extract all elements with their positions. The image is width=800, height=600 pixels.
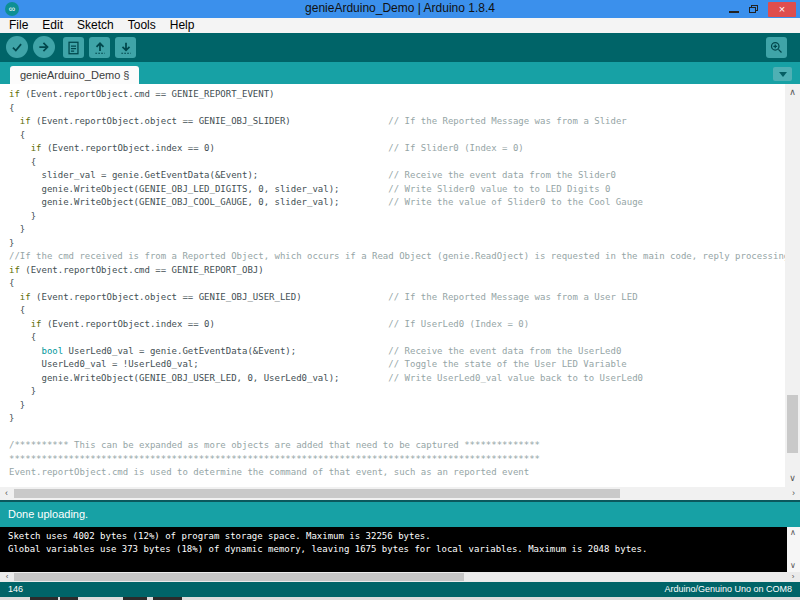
- code-line: [9, 426, 784, 440]
- code-line: if (Event.reportObject.object == GENIE_O…: [9, 291, 784, 305]
- scroll-up-icon[interactable]: ∧: [786, 86, 799, 99]
- scroll-right-icon[interactable]: ›: [787, 572, 799, 582]
- code-line: bool UserLed0_val = genie.GetEventData(&…: [9, 345, 784, 359]
- verify-button[interactable]: [6, 36, 28, 58]
- code-text: if (Event.reportObject.cmd == GENIE_REPO…: [9, 88, 784, 480]
- window-title: genieArduino_Demo | Arduino 1.8.4: [0, 1, 800, 15]
- code-line: if (Event.reportObject.cmd == GENIE_REPO…: [9, 264, 784, 278]
- code-line: }: [9, 399, 784, 413]
- code-line: }: [9, 210, 784, 224]
- console-text: Sketch uses 4002 bytes (12%) of program …: [0, 527, 800, 556]
- serial-monitor-button[interactable]: [766, 37, 787, 58]
- code-line: //If the cmd received is from a Reported…: [9, 250, 784, 264]
- code-line: }: [9, 237, 784, 251]
- chevron-down-icon: [779, 72, 787, 77]
- open-sketch-button[interactable]: [89, 37, 110, 58]
- code-line: ****************************************…: [9, 453, 784, 467]
- status-bar: Done uploading.: [0, 500, 800, 527]
- editor-horizontal-scrollbar[interactable]: ‹ ›: [0, 487, 800, 500]
- menu-item-help[interactable]: Help: [163, 18, 202, 33]
- code-line: /********** This can be expanded as more…: [9, 439, 784, 453]
- scroll-up-icon[interactable]: ∧: [787, 528, 799, 538]
- console-vertical-scrollbar[interactable]: ∧ ∨: [787, 527, 800, 572]
- new-document-icon: [67, 41, 80, 55]
- open-up-arrow-icon: [93, 41, 107, 55]
- scroll-down-icon[interactable]: ∨: [786, 472, 799, 485]
- current-line-number: 146: [8, 582, 23, 597]
- console-horizontal-scrollbar-thumb[interactable]: [14, 573, 464, 581]
- code-line: {: [9, 331, 784, 345]
- console-horizontal-scrollbar[interactable]: ‹ ›: [0, 572, 800, 582]
- restore-button[interactable]: [749, 5, 758, 13]
- code-line: }: [9, 223, 784, 237]
- scroll-right-icon[interactable]: ›: [787, 487, 800, 500]
- menu-item-edit[interactable]: Edit: [35, 18, 70, 33]
- code-line: slider_val = genie.GetEventData(&Event);…: [9, 169, 784, 183]
- close-button[interactable]: ×: [768, 2, 796, 17]
- console-line: Sketch uses 4002 bytes (12%) of program …: [8, 530, 800, 543]
- editor-vertical-scrollbar[interactable]: ∧ ∨: [785, 84, 800, 487]
- serial-monitor-magnifier-icon: [769, 40, 784, 55]
- code-line: if (Event.reportObject.object == GENIE_O…: [9, 115, 784, 129]
- code-line: }: [9, 412, 784, 426]
- editor-vertical-scrollbar-thumb[interactable]: [787, 395, 798, 453]
- toolbar: [0, 33, 800, 62]
- code-editor[interactable]: if (Event.reportObject.cmd == GENIE_REPO…: [0, 84, 800, 487]
- tab-genieArduino_Demo[interactable]: genieArduino_Demo §: [10, 66, 139, 84]
- menu-item-sketch[interactable]: Sketch: [70, 18, 121, 33]
- console-line: Global variables use 373 bytes (18%) of …: [8, 543, 800, 556]
- code-line: UserLed0_val = !UserLed0_val; // Toggle …: [9, 358, 784, 372]
- code-line: {: [9, 304, 784, 318]
- code-line: }: [9, 385, 784, 399]
- code-line: if (Event.reportObject.index == 0) // If…: [9, 318, 784, 332]
- code-line: genie.WriteObject(GENIE_OBJ_COOL_GAUGE, …: [9, 196, 784, 210]
- code-line: if (Event.reportObject.cmd == GENIE_REPO…: [9, 88, 784, 102]
- board-port-status: Arduino/Genuino Uno on COM8: [664, 582, 792, 597]
- editor-horizontal-scrollbar-thumb[interactable]: [14, 489, 620, 498]
- tab-strip: genieArduino_Demo §: [0, 62, 800, 84]
- tab-list-dropdown-button[interactable]: [773, 67, 792, 81]
- code-line: if (Event.reportObject.index == 0) // If…: [9, 142, 784, 156]
- menu-item-tools[interactable]: Tools: [121, 18, 163, 33]
- line-status-bar: 146 Arduino/Genuino Uno on COM8: [0, 582, 800, 597]
- output-console[interactable]: Sketch uses 4002 bytes (12%) of program …: [0, 527, 800, 572]
- code-line: {: [9, 129, 784, 143]
- code-line: Event.reportObject.cmd is used to determ…: [9, 466, 784, 480]
- title-bar: ∞ genieArduino_Demo | Arduino 1.8.4 ×: [0, 0, 800, 18]
- save-down-arrow-icon: [119, 41, 133, 55]
- code-line: {: [9, 156, 784, 170]
- scroll-left-icon[interactable]: ‹: [0, 487, 13, 500]
- scroll-left-icon[interactable]: ‹: [1, 572, 13, 582]
- menu-bar: FileEditSketchToolsHelp: [0, 18, 800, 33]
- code-line: genie.WriteObject(GENIE_OBJ_USER_LED, 0,…: [9, 372, 784, 386]
- new-sketch-button[interactable]: [63, 37, 84, 58]
- arduino-ide-window: ∞ genieArduino_Demo | Arduino 1.8.4 × Fi…: [0, 0, 800, 600]
- verify-check-icon: [10, 40, 24, 54]
- status-message: Done uploading.: [8, 508, 88, 520]
- menu-item-file[interactable]: File: [2, 18, 35, 33]
- code-line: {: [9, 277, 784, 291]
- minimize-button[interactable]: [729, 11, 739, 13]
- scroll-down-icon[interactable]: ∨: [787, 561, 799, 571]
- code-line: {: [9, 102, 784, 116]
- code-line: genie.WriteObject(GENIE_OBJ_LED_DIGITS, …: [9, 183, 784, 197]
- upload-arrow-icon: [37, 40, 51, 54]
- upload-button[interactable]: [33, 36, 55, 58]
- save-sketch-button[interactable]: [115, 37, 136, 58]
